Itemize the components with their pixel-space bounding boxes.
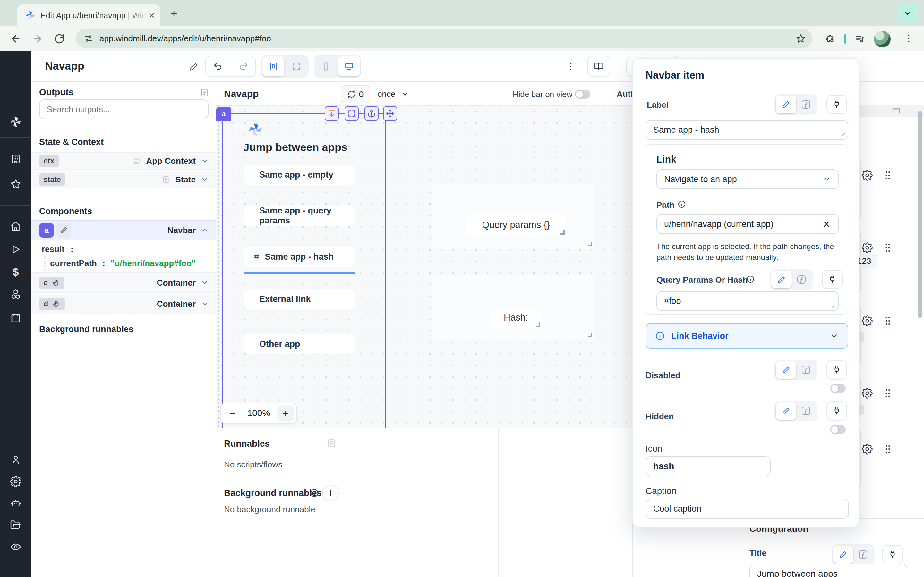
- forward-icon[interactable]: [32, 33, 43, 44]
- workspace-icon[interactable]: [10, 153, 21, 164]
- runs-play-icon[interactable]: [10, 244, 21, 255]
- extensions-icon[interactable]: [825, 34, 835, 44]
- docs-button[interactable]: [587, 56, 610, 77]
- disabled-toggle[interactable]: [830, 384, 846, 393]
- component-row-d[interactable]: d Container: [31, 293, 216, 314]
- chevron-down-icon[interactable]: [201, 279, 208, 287]
- undo-button[interactable]: [206, 56, 231, 76]
- connect-plug-button[interactable]: [827, 401, 847, 421]
- drag-handle-icon[interactable]: [882, 242, 893, 253]
- desktop-view-button[interactable]: [338, 56, 360, 76]
- number-input-fragment[interactable]: 123: [857, 254, 878, 268]
- item-settings-gear-icon[interactable]: [862, 170, 873, 181]
- expression-mode-button[interactable]: ƒ: [854, 547, 872, 562]
- back-icon[interactable]: [10, 33, 21, 44]
- workers-robot-icon[interactable]: [10, 498, 21, 509]
- resize-handle[interactable]: [560, 230, 565, 235]
- chevron-down-icon[interactable]: [201, 157, 208, 165]
- search-input[interactable]: [39, 99, 208, 119]
- settings-gear-icon[interactable]: [10, 476, 21, 487]
- folders-icon[interactable]: [10, 519, 21, 531]
- expand-down-button[interactable]: [325, 106, 339, 121]
- new-tab-icon[interactable]: [170, 9, 178, 18]
- move-button[interactable]: [383, 106, 397, 121]
- hash-container[interactable]: Hash: "f: [433, 275, 595, 340]
- variables-dollar-icon[interactable]: $: [13, 266, 19, 278]
- align-panels-button[interactable]: [262, 56, 284, 76]
- expression-mode-button[interactable]: ƒ: [797, 97, 815, 112]
- mobile-view-button[interactable]: [315, 56, 337, 76]
- link-type-select[interactable]: Navigate to an app: [656, 169, 838, 189]
- drag-handle-icon[interactable]: [882, 444, 893, 455]
- chevron-down-icon[interactable]: [201, 300, 208, 308]
- title-input[interactable]: [750, 564, 907, 577]
- ctx-row[interactable]: ctx App Context: [31, 152, 216, 170]
- more-menu-icon[interactable]: [566, 61, 575, 71]
- panel-scrollbar[interactable]: [918, 111, 922, 318]
- resize-grip[interactable]: [842, 133, 847, 139]
- static-mode-button[interactable]: [771, 271, 792, 288]
- zoom-in-button[interactable]: +: [277, 405, 294, 422]
- state-row[interactable]: state State: [31, 171, 216, 189]
- nav-item-other-app[interactable]: Other app: [244, 334, 355, 354]
- panel-divider[interactable]: [498, 428, 499, 577]
- chevron-down-icon[interactable]: [201, 176, 208, 183]
- current-path-row[interactable]: currentPath : "u/henri/navapp#foo": [50, 258, 196, 268]
- hide-bar-toggle[interactable]: [575, 90, 590, 99]
- static-mode-button[interactable]: [776, 361, 796, 379]
- connect-plug-button[interactable]: [822, 270, 843, 289]
- expression-mode-button[interactable]: ƒ: [792, 272, 811, 287]
- avatar[interactable]: [874, 31, 891, 47]
- connect-plug-button[interactable]: [882, 545, 903, 564]
- link-behavior-accordion[interactable]: Link Behavior: [646, 323, 848, 349]
- item-settings-gear-icon[interactable]: [862, 388, 873, 399]
- item-settings-gear-icon[interactable]: [862, 316, 873, 326]
- selection-badge[interactable]: a: [216, 107, 231, 121]
- schedules-calendar-icon[interactable]: [10, 313, 21, 324]
- browser-tab[interactable]: Edit App u/henri/navapp | Win: [17, 5, 160, 26]
- home-icon[interactable]: [10, 221, 21, 232]
- expression-mode-button[interactable]: ƒ: [797, 362, 815, 378]
- nav-item-empty[interactable]: Same app - empty: [244, 165, 355, 185]
- clear-x-icon[interactable]: [822, 219, 831, 229]
- add-background-runnable-button[interactable]: [322, 485, 339, 501]
- path-input[interactable]: u/henri/navapp (current app): [656, 214, 838, 234]
- canvas-scrollbar[interactable]: [218, 106, 220, 428]
- icon-input[interactable]: [646, 456, 771, 476]
- fullscreen-canvas-button[interactable]: [286, 56, 307, 76]
- query-params-container[interactable]: Query params {}: [433, 184, 595, 249]
- reload-icon[interactable]: [54, 33, 65, 44]
- resize-handle[interactable]: [588, 242, 592, 246]
- chevron-down-icon[interactable]: [401, 90, 409, 98]
- nav-item-hash[interactable]: # Same app - hash: [244, 247, 355, 267]
- resize-grip[interactable]: [832, 305, 837, 309]
- zoom-out-button[interactable]: −: [230, 408, 236, 419]
- refresh-mode-select[interactable]: once: [377, 89, 395, 99]
- fullscreen-component-button[interactable]: [344, 106, 359, 121]
- connect-plug-button[interactable]: [827, 360, 847, 380]
- item-settings-gear-icon[interactable]: [862, 242, 873, 253]
- url-bar[interactable]: app.windmill.dev/apps/edit/u/henri/navap…: [76, 29, 813, 48]
- refresh-count-button[interactable]: 0: [341, 85, 370, 103]
- app-canvas[interactable]: a Jump between apps Same app - empty Sam…: [216, 106, 632, 428]
- edit-title-pencil-icon[interactable]: [189, 62, 198, 71]
- expression-mode-button[interactable]: ƒ: [797, 403, 815, 419]
- resize-handle[interactable]: [536, 322, 540, 327]
- item-settings-gear-icon[interactable]: [862, 444, 873, 455]
- panel-doc-icon[interactable]: [200, 88, 209, 97]
- favorites-star-icon[interactable]: [10, 178, 21, 190]
- result-key-row[interactable]: result :: [42, 244, 73, 254]
- panel-doc-icon[interactable]: [326, 438, 336, 448]
- edit-id-button[interactable]: [57, 223, 71, 237]
- connect-plug-button[interactable]: [827, 95, 847, 114]
- eye-icon[interactable]: [10, 541, 21, 553]
- component-row-navbar[interactable]: a Navbar: [31, 220, 216, 240]
- drag-handle-icon[interactable]: [882, 388, 893, 399]
- anchor-button[interactable]: [365, 106, 379, 121]
- drag-handle-icon[interactable]: [882, 170, 893, 181]
- redo-button[interactable]: [231, 56, 255, 76]
- nav-item-external-link[interactable]: External link: [244, 289, 355, 309]
- component-row-e[interactable]: e Container: [31, 272, 216, 293]
- site-settings-icon[interactable]: [84, 34, 93, 43]
- static-mode-button[interactable]: [833, 546, 853, 564]
